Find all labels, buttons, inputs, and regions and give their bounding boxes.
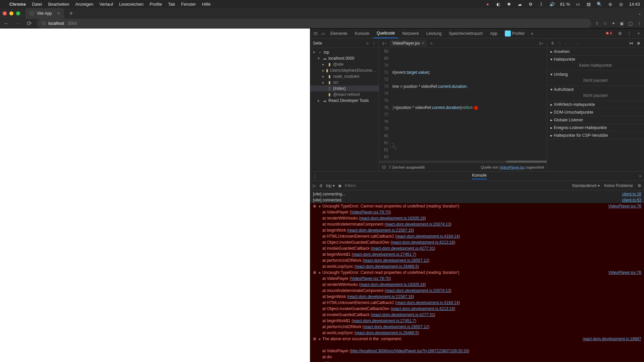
close-window-icon[interactable]	[3, 11, 7, 15]
tab-performance[interactable]: Leistung	[423, 28, 445, 38]
devtools-menu-icon[interactable]: ⋮	[626, 31, 633, 36]
log-level-selector[interactable]: Standardlevel ▾	[572, 183, 600, 188]
step-into-icon[interactable]: ↓	[565, 41, 567, 46]
bluetooth-icon[interactable]: ᛒ	[539, 2, 544, 7]
close-file-icon[interactable]: ×	[422, 41, 424, 46]
status-icon[interactable]: ✱	[506, 2, 512, 7]
status-icon[interactable]: ☁	[517, 2, 523, 7]
code-lines[interactable]: it(event.target.value); ime = position *…	[391, 48, 547, 161]
maximize-window-icon[interactable]	[16, 11, 20, 15]
menu-bookmarks[interactable]: Lesezeichen	[119, 2, 144, 7]
tree-rdt[interactable]: ▸☁React Developer Tools	[310, 98, 379, 104]
inspect-icon[interactable]: ⮹	[312, 31, 319, 36]
watch-section[interactable]: ▸Ansehen	[550, 49, 641, 54]
pretty-print-icon[interactable]: {}	[382, 165, 386, 169]
app-name[interactable]: Chrome	[9, 2, 26, 7]
more-tabs-icon[interactable]: »	[529, 31, 536, 36]
breakpoints-section[interactable]: ▾Haltepunkte	[550, 57, 641, 62]
status-icon[interactable]: ◐	[496, 2, 501, 7]
address-bar[interactable]: ⓘ localhost:3000	[37, 19, 591, 28]
back-button[interactable]: ←	[3, 20, 10, 27]
tree-src[interactable]: ▸▮src	[310, 79, 379, 85]
console-settings-icon[interactable]: ⚙	[638, 183, 641, 188]
close-devtools-icon[interactable]: ×	[635, 31, 642, 36]
device-toggle-icon[interactable]: ▭	[320, 31, 326, 36]
context-selector[interactable]: top ▾	[326, 183, 335, 188]
pause-exceptions-icon[interactable]: ⏺	[637, 41, 641, 46]
menu-edit[interactable]: Bearbeiten	[48, 2, 69, 7]
tab-network[interactable]: Netzwerk	[399, 28, 422, 38]
site-info-icon[interactable]: ⓘ	[42, 21, 46, 26]
drawer-menu-icon[interactable]: ⋮	[313, 174, 317, 179]
deactivate-breakpoints-icon[interactable]: ⧓	[629, 41, 633, 46]
tree-node-modules[interactable]: ▸▮node_modules	[310, 73, 379, 79]
battery-icon[interactable]: ▭	[575, 2, 581, 7]
reload-button[interactable]: ⟳	[25, 20, 33, 27]
close-tab-icon[interactable]: ×	[57, 11, 60, 16]
tab-profiler[interactable]: Profiler	[501, 28, 528, 38]
run-snippet-icon[interactable]: ⫿◂	[380, 41, 388, 46]
traffic-lights[interactable]	[3, 11, 20, 15]
tab-application[interactable]: App	[487, 28, 500, 38]
control-center-icon[interactable]: ⊚	[607, 2, 613, 7]
menu-profiles[interactable]: Profile	[150, 2, 162, 7]
volume-icon[interactable]: 🔊	[549, 2, 555, 7]
status-icon[interactable]: ●	[485, 2, 490, 7]
more-icon[interactable]: » ⋮	[366, 41, 376, 46]
issues-link[interactable]: Keine Probleme	[604, 183, 633, 188]
wifi-icon[interactable]: ▤	[586, 2, 591, 7]
clock[interactable]: 14:43	[629, 2, 640, 7]
error-badge[interactable]: ✖ 4	[604, 31, 614, 36]
chrome-menu-icon[interactable]: ⋮	[637, 21, 641, 26]
share-icon[interactable]: ⇪	[595, 21, 599, 26]
live-expression-icon[interactable]: ◉	[338, 183, 341, 188]
tree-top[interactable]: ▾▫top	[310, 49, 379, 55]
minimize-window-icon[interactable]	[9, 11, 13, 15]
navigator-tab-seite[interactable]: Seite	[313, 41, 322, 46]
callstack-section[interactable]: ▾Aufrufstack	[550, 87, 641, 92]
step-over-icon[interactable]: ↷	[558, 41, 561, 46]
tab-memory[interactable]: Speicherverbrauch	[446, 28, 486, 38]
tree-users[interactable]: ▸▮Users/stephan/Docume…	[310, 67, 379, 73]
tab-console[interactable]: Konsole	[352, 28, 373, 38]
tree-vite[interactable]: ▸▮@vite	[310, 61, 379, 67]
tree-host[interactable]: ▾☁localhost:3000	[310, 55, 379, 61]
clear-console-icon[interactable]: ⊘	[319, 183, 323, 188]
xhr-section[interactable]: ▸XHR/fetch-Haltepunkte	[550, 102, 641, 107]
status-icon[interactable]: ⚙	[528, 2, 533, 7]
csp-section[interactable]: ▸Haltepunkte für CSP-Verstöße	[550, 133, 641, 138]
tab-elements[interactable]: Elemente	[327, 28, 351, 38]
sidepanel-icon[interactable]: ▣	[620, 21, 624, 26]
step-icon[interactable]: →	[575, 41, 579, 46]
console-filter-input[interactable]	[345, 183, 569, 188]
profile-icon[interactable]: ◯	[628, 21, 633, 26]
tree-react-refresh[interactable]: ▮@react-refresh	[310, 92, 379, 98]
menu-view[interactable]: Anzeigen	[75, 2, 93, 7]
scope-section[interactable]: ▾Umfang	[550, 72, 641, 77]
menu-help[interactable]: Hilfe	[202, 2, 211, 7]
console-drawer-tab[interactable]: Konsole	[472, 173, 486, 179]
siri-icon[interactable]: ◎	[618, 2, 624, 7]
editor-tab[interactable]: VideoPlayer.jsx×	[390, 40, 427, 47]
more-files-icon[interactable]: »	[428, 41, 435, 46]
console-output[interactable]: [vite] connecting...client.ts:16[vite] c…	[310, 190, 644, 362]
sourcemap-link[interactable]: VideoPlayer.jsx	[499, 165, 525, 169]
extensions-icon[interactable]: ✦	[612, 21, 615, 26]
menu-tab[interactable]: Tab	[168, 2, 175, 7]
close-drawer-icon[interactable]: ×	[639, 174, 641, 179]
browser-tab[interactable]: Vite App ×	[25, 8, 64, 19]
menu-history[interactable]: Verlauf	[100, 2, 113, 7]
menu-file[interactable]: Datei	[32, 2, 42, 7]
forward-button[interactable]: →	[14, 20, 21, 27]
menu-window[interactable]: Fenster	[181, 2, 196, 7]
bookmark-icon[interactable]: ☆	[603, 21, 607, 26]
tree-index[interactable]: ▯(Index)	[310, 85, 379, 92]
dom-section[interactable]: ▸DOM-Umschaltpunkte	[550, 110, 641, 115]
console-play-icon[interactable]: ▷	[313, 183, 316, 188]
event-section[interactable]: ▸Ereignis-Listener-Haltepunkte	[550, 125, 641, 130]
settings-icon[interactable]: ⚙	[616, 31, 623, 36]
tab-sources[interactable]: Quellcode	[373, 28, 398, 38]
global-section[interactable]: ▸Globale Listener	[550, 118, 641, 122]
search-icon[interactable]: 🔍	[597, 2, 602, 7]
expand-tabs-icon[interactable]: ⌄	[638, 11, 641, 16]
